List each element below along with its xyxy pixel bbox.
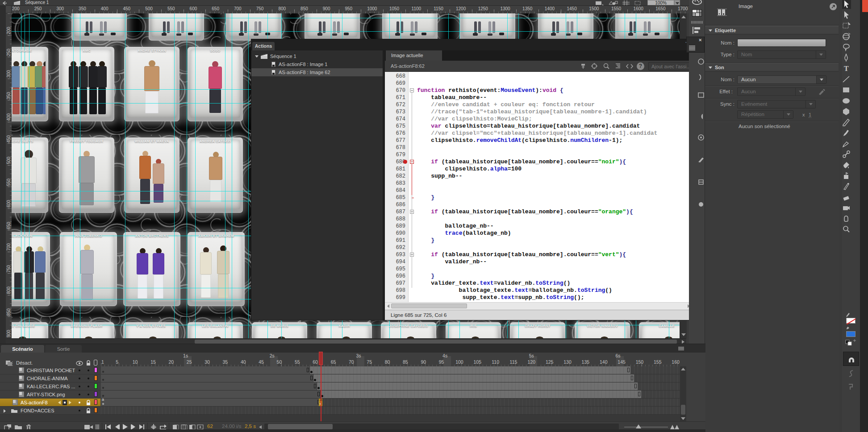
svg-text:T: T xyxy=(844,65,849,72)
